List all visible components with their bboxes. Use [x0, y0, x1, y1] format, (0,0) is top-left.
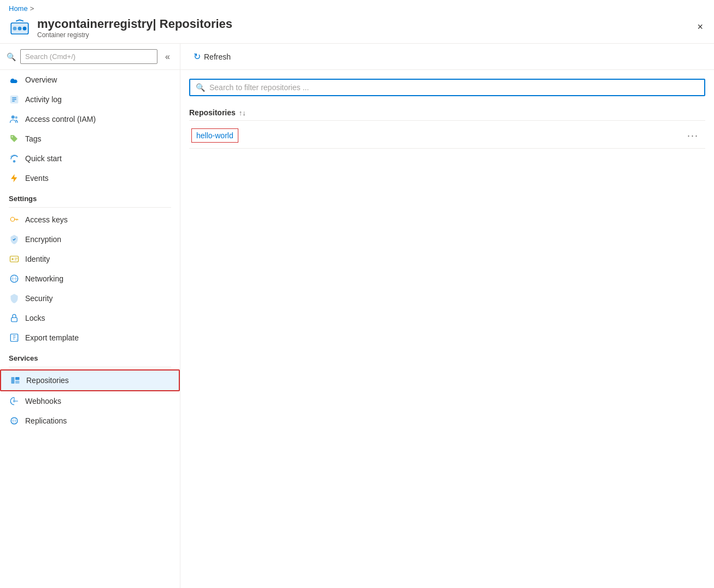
- header-text: mycontainerregistry| Repositories Contai…: [37, 17, 232, 39]
- page-header: mycontainerregistry| Repositories Contai…: [0, 13, 714, 44]
- content-toolbar: ↻ Refresh: [180, 44, 714, 70]
- sidebar-item-webhooks[interactable]: Webhooks: [0, 391, 180, 411]
- activity-icon: [9, 94, 20, 105]
- registry-icon: [9, 17, 31, 39]
- refresh-label: Refresh: [204, 52, 231, 61]
- lock-icon: [9, 313, 20, 324]
- services-divider: [9, 367, 171, 367]
- sidebar-item-security-label: Security: [25, 294, 53, 303]
- close-button[interactable]: ×: [695, 19, 705, 35]
- svg-rect-24: [11, 317, 17, 322]
- svg-point-10: [15, 116, 18, 119]
- sidebar-item-encryption-label: Encryption: [25, 235, 61, 244]
- sidebar-item-overview-label: Overview: [25, 75, 57, 84]
- encryption-icon: [9, 234, 20, 245]
- security-icon: [9, 293, 20, 304]
- breadcrumb-home[interactable]: Home: [9, 4, 28, 13]
- lightning-icon: [9, 173, 20, 184]
- repos-column-label: Repositories: [189, 108, 236, 117]
- sidebar-item-networking-label: Networking: [25, 274, 63, 283]
- sidebar-item-locks[interactable]: Locks: [0, 308, 180, 328]
- collapse-button[interactable]: «: [162, 51, 173, 63]
- sidebar-item-replications-label: Replications: [25, 416, 67, 425]
- sidebar-item-encryption[interactable]: Encryption: [0, 230, 180, 249]
- svg-point-4: [23, 27, 27, 31]
- sidebar-item-export-template[interactable]: Export template: [0, 328, 180, 348]
- svg-point-29: [13, 400, 16, 403]
- page-title: mycontainerregistry| Repositories: [37, 17, 232, 31]
- sidebar-item-tags-label: Tags: [25, 134, 42, 143]
- svg-point-9: [11, 115, 15, 119]
- sidebar-item-events[interactable]: Events: [0, 168, 180, 188]
- key-icon: [9, 214, 20, 225]
- sidebar-item-access-control[interactable]: Access control (IAM): [0, 109, 180, 129]
- sidebar-item-quick-start[interactable]: Quick start: [0, 149, 180, 168]
- svg-rect-28: [15, 381, 20, 384]
- network-icon: [9, 273, 20, 284]
- sidebar-item-tags[interactable]: Tags: [0, 129, 180, 149]
- sidebar-item-quick-start-label: Quick start: [25, 154, 62, 163]
- sidebar-item-export-template-label: Export template: [25, 333, 79, 342]
- people-icon: [9, 114, 20, 125]
- refresh-icon: ↻: [194, 51, 201, 62]
- page-subtitle: Container registry: [37, 31, 232, 39]
- sidebar-item-identity[interactable]: Identity: [0, 249, 180, 269]
- sidebar-item-overview[interactable]: Overview: [0, 70, 180, 90]
- svg-rect-27: [15, 377, 20, 380]
- content-inner: 🔍 Repositories ↑↓ hello-world ···: [180, 70, 714, 588]
- sidebar-item-networking[interactable]: Networking: [0, 269, 180, 289]
- sidebar-item-access-keys-label: Access keys: [25, 215, 68, 224]
- identity-icon: [9, 254, 20, 264]
- refresh-button[interactable]: ↻ Refresh: [189, 49, 235, 64]
- repo-table-header: Repositories ↑↓: [189, 105, 705, 121]
- sidebar-item-locks-label: Locks: [25, 314, 45, 322]
- sidebar-search-input[interactable]: [20, 49, 157, 64]
- services-section-header: Services: [0, 348, 180, 364]
- repositories-icon: [10, 375, 21, 386]
- settings-divider: [9, 207, 171, 208]
- sidebar-item-repositories[interactable]: Repositories: [0, 369, 180, 391]
- repo-more-options-button[interactable]: ···: [683, 129, 703, 143]
- table-row: hello-world ···: [189, 123, 705, 149]
- svg-point-2: [13, 27, 17, 31]
- sidebar-item-activity-log[interactable]: Activity log: [0, 90, 180, 109]
- sidebar-item-access-control-label: Access control (IAM): [25, 115, 96, 124]
- search-icon: 🔍: [7, 52, 16, 61]
- sidebar-item-events-label: Events: [25, 174, 49, 183]
- svg-rect-17: [10, 256, 19, 262]
- sidebar-item-repositories-label: Repositories: [26, 376, 69, 385]
- sidebar-item-webhooks-label: Webhooks: [25, 397, 61, 405]
- sort-icon[interactable]: ↑↓: [239, 109, 246, 117]
- sidebar-item-identity-label: Identity: [25, 255, 50, 263]
- repo-filter-input[interactable]: [209, 83, 699, 92]
- sidebar-item-access-keys[interactable]: Access keys: [0, 210, 180, 230]
- sidebar-search-bar: 🔍 «: [0, 44, 180, 70]
- svg-point-13: [10, 217, 15, 222]
- filter-search-icon: 🔍: [196, 83, 205, 92]
- repo-name-link[interactable]: hello-world: [191, 128, 238, 143]
- svg-point-11: [11, 136, 13, 137]
- sidebar-item-activity-log-label: Activity log: [25, 95, 62, 104]
- sidebar: 🔍 « Overview Activity log Access control…: [0, 44, 180, 588]
- cloud-icon: [9, 74, 20, 85]
- main-layout: 🔍 « Overview Activity log Access control…: [0, 44, 714, 588]
- sidebar-item-replications[interactable]: Replications: [0, 411, 180, 431]
- svg-point-18: [11, 258, 14, 260]
- sidebar-item-security[interactable]: Security: [0, 289, 180, 308]
- settings-section-header: Settings: [0, 188, 180, 205]
- export-icon: [9, 332, 20, 343]
- svg-point-12: [13, 160, 16, 163]
- tag-icon: [9, 133, 20, 144]
- breadcrumb-separator: >: [30, 4, 34, 13]
- replications-icon: [9, 415, 20, 426]
- webhook-icon: [9, 396, 20, 407]
- repo-filter-search: 🔍: [189, 79, 705, 96]
- svg-point-3: [18, 27, 22, 31]
- content-area: ↻ Refresh 🔍 Repositories ↑↓ hello-world …: [180, 44, 714, 588]
- quick-start-icon: [9, 153, 20, 164]
- breadcrumb: Home >: [0, 0, 714, 13]
- svg-rect-26: [11, 377, 15, 384]
